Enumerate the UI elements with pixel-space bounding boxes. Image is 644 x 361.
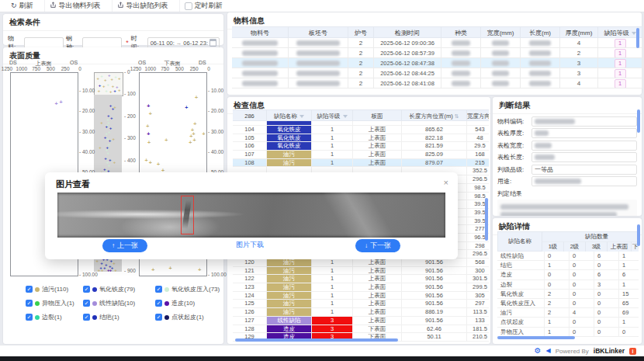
defect-detail-row[interactable]: 氧化铁皮2001564 — [497, 290, 639, 299]
inspection-row[interactable]: 120油污1上表面901.56568 — [233, 259, 489, 267]
vertical-scrollbar[interactable] — [637, 224, 640, 246]
cell: 造皮 — [267, 325, 312, 334]
powered-by-text: Powered By — [556, 348, 589, 355]
inspection-row[interactable]: 121油污1上表面901.56300 — [233, 267, 489, 276]
scatter-point: + — [164, 137, 168, 143]
cell: 氧化铁皮 — [267, 142, 312, 151]
timed-refresh-checkbox[interactable] — [185, 2, 192, 10]
horizontal-scrollbar[interactable] — [497, 336, 575, 339]
inspection-row[interactable]: 108油污1上表面879.07215 — [233, 159, 489, 168]
column-header: 286 — [233, 109, 267, 121]
timed-refresh-toggle[interactable]: 定时刷新 — [180, 0, 234, 12]
sort-icon[interactable]: ⇅ — [455, 113, 459, 119]
axis-tick: - 10.00 — [79, 88, 95, 93]
vertical-scrollbar[interactable] — [485, 198, 488, 241]
defect-detail-row[interactable]: 油污2406941 — [497, 308, 639, 318]
prev-image-button[interactable]: ↑ 上一张 — [102, 239, 147, 252]
checkbox-checked[interactable]: ✓ — [155, 286, 162, 293]
inspection-row[interactable]: 122油污1上表面901.56301.5 — [233, 275, 489, 283]
inspection-row[interactable]: 104氧化铁皮1上表面865.62543 — [233, 126, 489, 134]
defect-detail-row[interactable]: 造皮00664 — [497, 270, 639, 279]
cell: 0 — [619, 328, 639, 337]
axis-tick: 250 — [190, 66, 199, 71]
material-row[interactable]: 22025-06-12 08:44:2531 — [232, 68, 642, 78]
inspection-row[interactable]: 125油污1上表面901.56297 — [233, 300, 489, 308]
defect-detail-row[interactable]: 异物压入10001 — [497, 328, 639, 337]
checkbox-checked[interactable]: ✓ — [83, 314, 90, 321]
inspection-row[interactable]: 107油污1上表面825.09168 — [233, 151, 489, 159]
cell: 2 — [545, 299, 570, 308]
field-value[interactable] — [531, 141, 637, 151]
cell: 氧化铁皮 — [497, 290, 545, 299]
vertical-scrollbar[interactable] — [637, 109, 640, 133]
inspection-row[interactable]: 127线性缺陷3上表面901.56133 — [233, 317, 489, 325]
export-materials-button[interactable]: 导出物料列表 — [45, 0, 113, 12]
export-defects-button[interactable]: 导出缺陷列表 — [113, 0, 180, 12]
material-row[interactable]: 22025-06-12 09:00:3641 — [232, 38, 642, 48]
arrow-up-icon: ↑ — [112, 242, 115, 249]
sub-headers: 1级2级3级上表面下表面 — [542, 241, 639, 252]
checkbox-checked[interactable]: ✓ — [155, 314, 162, 321]
cell: 上表面 — [353, 283, 402, 292]
sound-icon[interactable]: ◀ — [546, 348, 551, 354]
inspection-row[interactable]: 128造皮3下表面62.46181.5 — [233, 325, 489, 334]
checkbox-checked[interactable]: ✓ — [26, 314, 33, 321]
horizontal-scrollbar[interactable] — [235, 338, 398, 342]
scatter-point: + — [147, 139, 151, 144]
cell: 油污 — [267, 300, 312, 308]
defect-detail-row[interactable]: 边裂00310 — [497, 280, 639, 290]
filter-icon[interactable] — [343, 115, 348, 118]
blurred-value — [452, 61, 470, 66]
cell — [481, 78, 521, 89]
gear-icon[interactable]: ⚙ — [535, 347, 542, 355]
field-label: 判级品级: — [497, 165, 531, 174]
axis-tick: - 100.00 — [208, 272, 227, 277]
defect-detail-row[interactable]: 线性缺陷00619 — [497, 252, 639, 261]
cell: 122 — [233, 275, 267, 283]
field-value[interactable] — [531, 176, 637, 186]
inspection-row[interactable]: 106氧化铁皮1上表面821.5929.5 — [233, 142, 489, 151]
cell — [481, 68, 521, 78]
material-row[interactable]: 22025-06-12 08:47:3831 — [232, 58, 642, 68]
filter-icon[interactable] — [299, 115, 304, 118]
scatter-point: + — [193, 121, 196, 127]
inspection-row[interactable]: 124油污1上表面901.56305 — [233, 292, 489, 300]
strip-minimap[interactable]: +++++++++++++++++ — [94, 72, 123, 96]
defect-detail-row[interactable]: 结疤10010 — [497, 261, 639, 270]
checkbox-checked[interactable]: ✓ — [83, 286, 90, 293]
field-value[interactable] — [531, 128, 637, 138]
download-image-link[interactable]: 图片下载 — [236, 240, 264, 250]
scatter-point: + — [112, 137, 115, 141]
timed-refresh-label: 定时刷新 — [195, 1, 223, 11]
scatter-point: + — [54, 101, 57, 106]
checkbox-checked[interactable]: ✓ — [155, 300, 162, 307]
checkbox-checked[interactable]: ✓ — [83, 300, 90, 307]
field-value[interactable] — [531, 152, 637, 162]
inspection-row[interactable]: 123油污1上表面901.56299.5 — [233, 283, 489, 292]
inspection-row[interactable]: 126油污1上表面886.19113.5 — [233, 308, 489, 317]
refresh-button[interactable]: ↻ 刷新 — [6, 0, 45, 12]
scatter-point: + — [112, 84, 115, 89]
defect-detail-row[interactable]: 氧化铁皮压入200658 — [497, 299, 639, 308]
legend-label: 油污(110) — [42, 285, 68, 293]
inspection-row[interactable]: 105氧化铁皮1上表面822.1848 — [233, 134, 489, 143]
field-value[interactable] — [531, 116, 637, 127]
export-icon — [117, 2, 124, 10]
field-value[interactable]: 一等品 — [531, 165, 637, 175]
cell: 0 — [594, 290, 619, 299]
defect-detail-row[interactable]: 点状起皮10010 — [497, 318, 639, 327]
close-icon[interactable]: × — [444, 178, 448, 187]
filter-icon[interactable] — [632, 32, 636, 35]
footer: ⚙ ◀ Powered By iBKLinker i — [0, 345, 644, 356]
vertical-scrollbar[interactable] — [636, 28, 639, 48]
material-row[interactable]: 22025-06-12 08:57:3921 — [232, 48, 642, 58]
cell: 50.11 — [402, 333, 467, 342]
axis-tick: - 0 — [124, 69, 130, 75]
checkbox-checked[interactable]: ✓ — [26, 286, 33, 293]
checkbox-checked[interactable]: ✓ — [26, 300, 33, 307]
next-image-button[interactable]: ↓ 下一张 — [355, 239, 400, 252]
cell: 901.56 — [402, 300, 467, 308]
material-row[interactable]: 22025-06-12 08:41:0841 — [232, 78, 642, 89]
cell: 825.09 — [402, 151, 467, 159]
legend-label: 线性缺陷(10) — [99, 299, 135, 307]
